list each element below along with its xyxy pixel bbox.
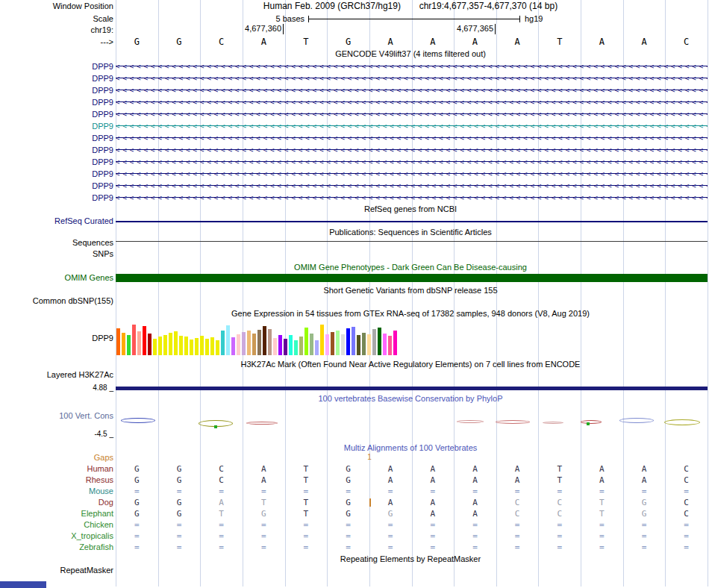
transcript-label[interactable]: DPP9 bbox=[0, 144, 113, 156]
transcript-line[interactable]: <<<<<<<<<<<<<<<<<<<<<<<<<<<<<<<<<<<<<<<<… bbox=[116, 96, 708, 108]
sequences-item-line[interactable] bbox=[116, 241, 708, 242]
gtex-tissue-bar[interactable] bbox=[372, 329, 376, 355]
gtex-tissue-bar[interactable] bbox=[184, 337, 188, 355]
gtex-tissue-bar[interactable] bbox=[137, 331, 141, 355]
transcript-line[interactable]: <<<<<<<<<<<<<<<<<<<<<<<<<<<<<<<<<<<<<<<<… bbox=[116, 132, 708, 144]
gtex-tissue-bar[interactable] bbox=[237, 334, 240, 355]
transcript-line[interactable]: <<<<<<<<<<<<<<<<<<<<<<<<<<<<<<<<<<<<<<<<… bbox=[116, 60, 708, 72]
gtex-tissue-bar[interactable] bbox=[357, 335, 360, 355]
conservation-label[interactable]: 100 Vert. Cons bbox=[0, 411, 113, 421]
transcript-label[interactable]: DPP9 bbox=[0, 120, 113, 132]
alignment-row[interactable]: HumanGGCATGAAAATAAC bbox=[0, 463, 709, 475]
gtex-tissue-bar[interactable] bbox=[278, 335, 282, 355]
gtex-tissue-bar[interactable] bbox=[179, 336, 183, 355]
gtex-tissue-bar[interactable] bbox=[163, 335, 167, 355]
gencode-transcript-row[interactable]: DPP9<<<<<<<<<<<<<<<<<<<<<<<<<<<<<<<<<<<<… bbox=[0, 144, 709, 156]
gtex-tissue-bar[interactable] bbox=[393, 331, 397, 355]
transcript-line[interactable]: <<<<<<<<<<<<<<<<<<<<<<<<<<<<<<<<<<<<<<<<… bbox=[116, 120, 708, 132]
gencode-transcript-row[interactable]: DPP9<<<<<<<<<<<<<<<<<<<<<<<<<<<<<<<<<<<<… bbox=[0, 132, 709, 144]
gtex-tissue-bar[interactable] bbox=[352, 327, 355, 355]
gencode-transcript-row[interactable]: DPP9<<<<<<<<<<<<<<<<<<<<<<<<<<<<<<<<<<<<… bbox=[0, 96, 709, 108]
footer-nav-fragment[interactable] bbox=[0, 581, 46, 588]
transcript-line[interactable]: <<<<<<<<<<<<<<<<<<<<<<<<<<<<<<<<<<<<<<<<… bbox=[116, 192, 708, 204]
gtex-tissue-bar[interactable] bbox=[200, 336, 204, 355]
transcript-label[interactable]: DPP9 bbox=[0, 168, 113, 180]
species-label[interactable]: Dog bbox=[0, 497, 113, 508]
species-label[interactable]: Elephant bbox=[0, 508, 113, 519]
gencode-transcript-row[interactable]: DPP9<<<<<<<<<<<<<<<<<<<<<<<<<<<<<<<<<<<<… bbox=[0, 168, 709, 180]
gtex-tissue-bar[interactable] bbox=[257, 330, 261, 355]
transcript-line[interactable]: <<<<<<<<<<<<<<<<<<<<<<<<<<<<<<<<<<<<<<<<… bbox=[116, 108, 708, 120]
gtex-tissue-bar[interactable] bbox=[341, 334, 345, 355]
gtex-tissue-bar[interactable] bbox=[226, 325, 230, 355]
gtex-tissue-bar[interactable] bbox=[122, 333, 125, 355]
gtex-tissue-bar[interactable] bbox=[325, 334, 329, 355]
species-label[interactable]: Human bbox=[0, 463, 113, 475]
gtex-tissue-bar[interactable] bbox=[195, 338, 199, 355]
transcript-line[interactable]: <<<<<<<<<<<<<<<<<<<<<<<<<<<<<<<<<<<<<<<<… bbox=[116, 84, 708, 96]
transcript-label[interactable]: DPP9 bbox=[0, 96, 113, 108]
gtex-tissue-bar[interactable] bbox=[263, 326, 266, 355]
gtex-tissue-bar[interactable] bbox=[231, 337, 235, 355]
gtex-tissue-bar[interactable] bbox=[242, 332, 246, 355]
gtex-tissue-bar[interactable] bbox=[148, 334, 152, 355]
transcript-label[interactable]: DPP9 bbox=[0, 132, 113, 144]
alignment-row[interactable]: X_tropicalis============== bbox=[0, 531, 709, 542]
gtex-tissue-bar[interactable] bbox=[362, 333, 366, 355]
gencode-transcript-row[interactable]: DPP9<<<<<<<<<<<<<<<<<<<<<<<<<<<<<<<<<<<<… bbox=[0, 84, 709, 96]
species-label[interactable]: Zebrafish bbox=[0, 542, 113, 553]
gtex-tissue-bar[interactable] bbox=[221, 331, 225, 355]
transcript-label[interactable]: DPP9 bbox=[0, 108, 113, 120]
gtex-tissue-bar[interactable] bbox=[299, 337, 303, 355]
transcript-label[interactable]: DPP9 bbox=[0, 180, 113, 192]
gtex-tissue-bar[interactable] bbox=[304, 328, 308, 355]
transcript-label[interactable]: DPP9 bbox=[0, 84, 113, 96]
gtex-tissue-bar[interactable] bbox=[320, 325, 324, 355]
gtex-tissue-bar[interactable] bbox=[132, 325, 136, 355]
alignment-row[interactable]: Chicken============== bbox=[0, 519, 709, 531]
sequences-label[interactable]: Sequences bbox=[0, 238, 113, 248]
gtex-tissue-bar[interactable] bbox=[289, 335, 293, 355]
gtex-gene-label[interactable]: DPP9 bbox=[0, 334, 113, 343]
gtex-tissue-bar[interactable] bbox=[153, 339, 157, 355]
gtex-tissue-bar[interactable] bbox=[210, 337, 214, 355]
gtex-tissue-bar[interactable] bbox=[190, 340, 193, 355]
gtex-tissue-bar[interactable] bbox=[143, 326, 146, 355]
transcript-line[interactable]: <<<<<<<<<<<<<<<<<<<<<<<<<<<<<<<<<<<<<<<<… bbox=[116, 156, 708, 168]
h3k27ac-label[interactable]: Layered H3K27Ac bbox=[0, 370, 113, 380]
transcript-line[interactable]: <<<<<<<<<<<<<<<<<<<<<<<<<<<<<<<<<<<<<<<<… bbox=[116, 72, 708, 84]
gtex-tissue-bar[interactable] bbox=[273, 338, 277, 355]
h3k27ac-signal-bar[interactable] bbox=[116, 387, 708, 390]
gtex-tissue-bar[interactable] bbox=[247, 331, 251, 355]
gencode-transcript-row[interactable]: DPP9<<<<<<<<<<<<<<<<<<<<<<<<<<<<<<<<<<<<… bbox=[0, 120, 709, 132]
gtex-tissue-bar[interactable] bbox=[174, 331, 178, 355]
gtex-tissue-bar[interactable] bbox=[216, 340, 219, 355]
transcript-label[interactable]: DPP9 bbox=[0, 60, 113, 72]
gaps-label[interactable]: Gaps bbox=[0, 453, 113, 463]
transcript-line[interactable]: <<<<<<<<<<<<<<<<<<<<<<<<<<<<<<<<<<<<<<<<… bbox=[116, 144, 708, 156]
omim-gene-bar[interactable] bbox=[116, 274, 708, 282]
gtex-tissue-bar[interactable] bbox=[294, 340, 298, 355]
transcript-line[interactable]: <<<<<<<<<<<<<<<<<<<<<<<<<<<<<<<<<<<<<<<<… bbox=[116, 168, 708, 180]
gtex-tissue-bar[interactable] bbox=[310, 334, 313, 355]
omim-label[interactable]: OMIM Genes bbox=[0, 273, 113, 283]
gencode-transcript-row[interactable]: DPP9<<<<<<<<<<<<<<<<<<<<<<<<<<<<<<<<<<<<… bbox=[0, 180, 709, 192]
alignment-row[interactable]: RhesusGGCATGAAAATAAC bbox=[0, 475, 709, 486]
gtex-tissue-bar[interactable] bbox=[383, 334, 387, 355]
transcript-label[interactable]: DPP9 bbox=[0, 72, 113, 84]
dbsnp-label[interactable]: Common dbSNP(155) bbox=[0, 296, 113, 306]
gtex-tissue-bar[interactable] bbox=[252, 334, 256, 355]
transcript-line[interactable]: <<<<<<<<<<<<<<<<<<<<<<<<<<<<<<<<<<<<<<<<… bbox=[116, 180, 708, 192]
alignment-row[interactable]: Mouse============== bbox=[0, 486, 709, 497]
alignment-row[interactable]: DogGGATTGAAACCTGC bbox=[0, 497, 709, 508]
gencode-transcript-row[interactable]: DPP9<<<<<<<<<<<<<<<<<<<<<<<<<<<<<<<<<<<<… bbox=[0, 72, 709, 84]
gtex-tissue-bar[interactable] bbox=[388, 336, 392, 355]
transcript-label[interactable]: DPP9 bbox=[0, 192, 113, 204]
alignment-row[interactable]: Zebrafish============== bbox=[0, 542, 709, 553]
refseq-gene-line[interactable] bbox=[116, 221, 708, 222]
gtex-bar-chart[interactable] bbox=[116, 321, 400, 355]
gtex-tissue-bar[interactable] bbox=[284, 339, 287, 355]
species-label[interactable]: Chicken bbox=[0, 519, 113, 531]
gtex-tissue-bar[interactable] bbox=[315, 340, 319, 355]
gencode-transcript-row[interactable]: DPP9<<<<<<<<<<<<<<<<<<<<<<<<<<<<<<<<<<<<… bbox=[0, 108, 709, 120]
